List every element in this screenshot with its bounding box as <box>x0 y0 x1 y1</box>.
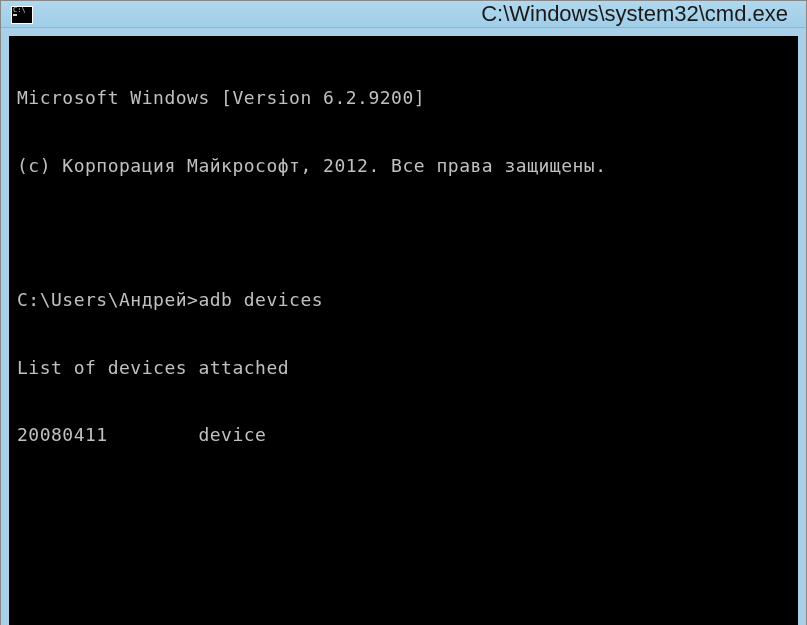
cmd-icon <box>11 6 33 24</box>
prompt-line: C:\Users\Андрей>adb devices <box>17 289 790 312</box>
console-frame: Microsoft Windows [Version 6.2.9200] (c)… <box>1 28 806 625</box>
output-line: 20080411 device <box>17 424 790 447</box>
blank-line <box>17 222 790 244</box>
banner-line: Microsoft Windows [Version 6.2.9200] <box>17 87 790 110</box>
prompt-path: C:\Users\Андрей> <box>17 289 198 312</box>
console-output[interactable]: Microsoft Windows [Version 6.2.9200] (c)… <box>9 36 798 625</box>
blank-line <box>17 559 790 581</box>
window-title: C:\Windows\system32\cmd.exe <box>43 1 796 27</box>
cmd-window: C:\Windows\system32\cmd.exe Microsoft Wi… <box>0 0 807 625</box>
blank-line <box>17 492 790 514</box>
copyright-line: (c) Корпорация Майкрософт, 2012. Все пра… <box>17 155 790 178</box>
titlebar[interactable]: C:\Windows\system32\cmd.exe <box>1 1 806 28</box>
output-line: List of devices attached <box>17 357 790 380</box>
command-text: adb devices <box>198 289 323 312</box>
